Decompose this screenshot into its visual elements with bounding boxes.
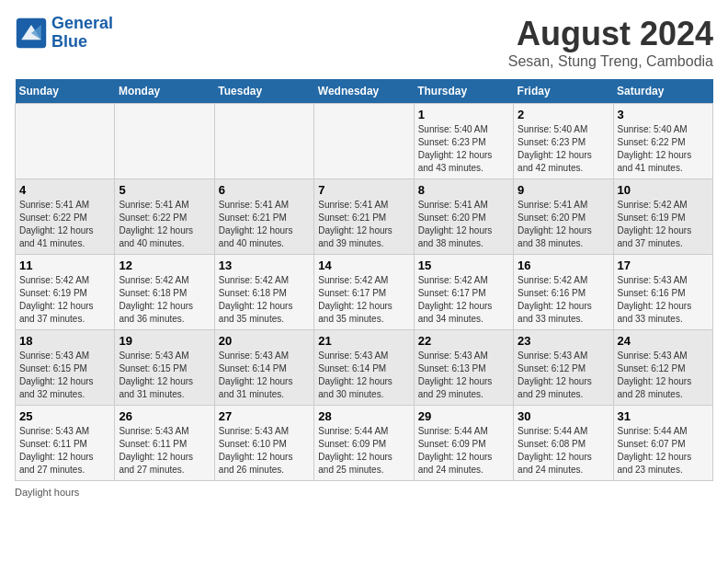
day-number: 3 <box>618 108 709 121</box>
logo-icon <box>15 17 48 50</box>
day-info: Sunrise: 5:44 AMSunset: 6:07 PMDaylight:… <box>618 425 709 477</box>
calendar-cell: 19Sunrise: 5:43 AMSunset: 6:15 PMDayligh… <box>115 330 214 406</box>
day-info: Sunrise: 5:43 AMSunset: 6:11 PMDaylight:… <box>119 425 210 477</box>
calendar-row: 18Sunrise: 5:43 AMSunset: 6:15 PMDayligh… <box>16 330 713 406</box>
calendar-cell: 25Sunrise: 5:43 AMSunset: 6:11 PMDayligh… <box>16 406 115 481</box>
calendar-header: SundayMondayTuesdayWednesdayThursdayFrid… <box>16 79 713 104</box>
header-cell-saturday: Saturday <box>613 79 712 104</box>
calendar-cell <box>314 104 414 179</box>
day-info: Sunrise: 5:43 AMSunset: 6:12 PMDaylight:… <box>618 350 709 401</box>
calendar-cell: 3Sunrise: 5:40 AMSunset: 6:22 PMDaylight… <box>613 104 712 179</box>
day-number: 16 <box>518 259 609 272</box>
calendar-row: 25Sunrise: 5:43 AMSunset: 6:11 PMDayligh… <box>16 406 713 481</box>
calendar-body: 1Sunrise: 5:40 AMSunset: 6:23 PMDaylight… <box>16 104 713 481</box>
day-info: Sunrise: 5:43 AMSunset: 6:14 PMDaylight:… <box>219 350 310 401</box>
day-info: Sunrise: 5:42 AMSunset: 6:18 PMDaylight:… <box>219 274 310 326</box>
day-info: Sunrise: 5:43 AMSunset: 6:15 PMDaylight:… <box>19 350 110 401</box>
calendar-cell: 5Sunrise: 5:41 AMSunset: 6:22 PMDaylight… <box>115 179 214 255</box>
day-info: Sunrise: 5:42 AMSunset: 6:16 PMDaylight:… <box>518 274 609 326</box>
calendar-cell <box>115 104 214 179</box>
calendar-cell: 10Sunrise: 5:42 AMSunset: 6:19 PMDayligh… <box>613 179 712 255</box>
day-info: Sunrise: 5:40 AMSunset: 6:23 PMDaylight:… <box>518 123 609 175</box>
logo-line2: Blue <box>51 33 113 52</box>
logo-text: General Blue <box>51 15 113 52</box>
calendar-cell: 18Sunrise: 5:43 AMSunset: 6:15 PMDayligh… <box>16 330 115 406</box>
day-number: 21 <box>318 334 409 348</box>
main-title: August 2024 <box>508 15 713 53</box>
calendar-table: SundayMondayTuesdayWednesdayThursdayFrid… <box>15 79 713 481</box>
calendar-cell: 24Sunrise: 5:43 AMSunset: 6:12 PMDayligh… <box>613 330 712 406</box>
day-number: 26 <box>119 409 210 423</box>
day-info: Sunrise: 5:43 AMSunset: 6:16 PMDaylight:… <box>618 274 709 326</box>
day-number: 10 <box>618 183 709 197</box>
day-number: 24 <box>618 334 709 348</box>
calendar-row: 11Sunrise: 5:42 AMSunset: 6:19 PMDayligh… <box>16 255 713 330</box>
day-number: 13 <box>219 259 310 272</box>
calendar-cell: 21Sunrise: 5:43 AMSunset: 6:14 PMDayligh… <box>314 330 414 406</box>
calendar-cell: 22Sunrise: 5:43 AMSunset: 6:13 PMDayligh… <box>414 330 513 406</box>
day-info: Sunrise: 5:40 AMSunset: 6:23 PMDaylight:… <box>418 123 509 175</box>
header-cell-wednesday: Wednesday <box>314 79 414 104</box>
calendar-cell: 27Sunrise: 5:43 AMSunset: 6:10 PMDayligh… <box>214 406 313 481</box>
day-number: 15 <box>418 259 509 272</box>
day-number: 2 <box>518 108 609 121</box>
day-info: Sunrise: 5:41 AMSunset: 6:20 PMDaylight:… <box>518 199 609 250</box>
day-number: 27 <box>219 409 310 423</box>
day-info: Sunrise: 5:41 AMSunset: 6:22 PMDaylight:… <box>19 199 110 250</box>
calendar-cell: 20Sunrise: 5:43 AMSunset: 6:14 PMDayligh… <box>214 330 313 406</box>
day-info: Sunrise: 5:44 AMSunset: 6:09 PMDaylight:… <box>318 425 409 477</box>
day-info: Sunrise: 5:43 AMSunset: 6:10 PMDaylight:… <box>219 425 310 477</box>
day-number: 1 <box>418 108 509 121</box>
day-number: 23 <box>518 334 609 348</box>
day-info: Sunrise: 5:43 AMSunset: 6:15 PMDaylight:… <box>119 350 210 401</box>
calendar-row: 1Sunrise: 5:40 AMSunset: 6:23 PMDaylight… <box>16 104 713 179</box>
day-info: Sunrise: 5:43 AMSunset: 6:13 PMDaylight:… <box>418 350 509 401</box>
calendar-cell <box>214 104 313 179</box>
header-row: SundayMondayTuesdayWednesdayThursdayFrid… <box>16 79 713 104</box>
day-info: Sunrise: 5:42 AMSunset: 6:19 PMDaylight:… <box>19 274 110 326</box>
day-number: 18 <box>19 334 110 348</box>
day-info: Sunrise: 5:41 AMSunset: 6:20 PMDaylight:… <box>418 199 509 250</box>
calendar-cell: 14Sunrise: 5:42 AMSunset: 6:17 PMDayligh… <box>314 255 414 330</box>
day-info: Sunrise: 5:42 AMSunset: 6:17 PMDaylight:… <box>418 274 509 326</box>
page-header: General Blue August 2024 Sesan, Stung Tr… <box>15 15 713 70</box>
day-info: Sunrise: 5:43 AMSunset: 6:14 PMDaylight:… <box>318 350 409 401</box>
header-cell-monday: Monday <box>115 79 214 104</box>
header-cell-tuesday: Tuesday <box>214 79 313 104</box>
calendar-cell <box>16 104 115 179</box>
calendar-row: 4Sunrise: 5:41 AMSunset: 6:22 PMDaylight… <box>16 179 713 255</box>
day-number: 31 <box>618 409 709 423</box>
day-info: Sunrise: 5:44 AMSunset: 6:08 PMDaylight:… <box>518 425 609 477</box>
day-number: 9 <box>518 183 609 197</box>
footer-note: Daylight hours <box>15 487 713 498</box>
calendar-cell: 6Sunrise: 5:41 AMSunset: 6:21 PMDaylight… <box>214 179 313 255</box>
day-number: 25 <box>19 409 110 423</box>
day-info: Sunrise: 5:40 AMSunset: 6:22 PMDaylight:… <box>618 123 709 175</box>
day-info: Sunrise: 5:44 AMSunset: 6:09 PMDaylight:… <box>418 425 509 477</box>
header-cell-thursday: Thursday <box>414 79 513 104</box>
subtitle: Sesan, Stung Treng, Cambodia <box>508 53 713 70</box>
day-number: 5 <box>119 183 210 197</box>
calendar-cell: 4Sunrise: 5:41 AMSunset: 6:22 PMDaylight… <box>16 179 115 255</box>
calendar-cell: 17Sunrise: 5:43 AMSunset: 6:16 PMDayligh… <box>613 255 712 330</box>
calendar-cell: 15Sunrise: 5:42 AMSunset: 6:17 PMDayligh… <box>414 255 513 330</box>
day-info: Sunrise: 5:42 AMSunset: 6:19 PMDaylight:… <box>618 199 709 250</box>
calendar-cell: 23Sunrise: 5:43 AMSunset: 6:12 PMDayligh… <box>514 330 613 406</box>
calendar-cell: 11Sunrise: 5:42 AMSunset: 6:19 PMDayligh… <box>16 255 115 330</box>
day-info: Sunrise: 5:41 AMSunset: 6:21 PMDaylight:… <box>219 199 310 250</box>
calendar-cell: 30Sunrise: 5:44 AMSunset: 6:08 PMDayligh… <box>514 406 613 481</box>
day-number: 29 <box>418 409 509 423</box>
day-number: 8 <box>418 183 509 197</box>
calendar-cell: 1Sunrise: 5:40 AMSunset: 6:23 PMDaylight… <box>414 104 513 179</box>
logo-line1: General <box>51 15 113 33</box>
day-number: 14 <box>318 259 409 272</box>
day-number: 12 <box>119 259 210 272</box>
calendar-cell: 16Sunrise: 5:42 AMSunset: 6:16 PMDayligh… <box>514 255 613 330</box>
day-info: Sunrise: 5:41 AMSunset: 6:22 PMDaylight:… <box>119 199 210 250</box>
calendar-cell: 26Sunrise: 5:43 AMSunset: 6:11 PMDayligh… <box>115 406 214 481</box>
day-number: 22 <box>418 334 509 348</box>
day-number: 11 <box>19 259 110 272</box>
day-info: Sunrise: 5:43 AMSunset: 6:11 PMDaylight:… <box>19 425 110 477</box>
day-number: 30 <box>518 409 609 423</box>
calendar-cell: 2Sunrise: 5:40 AMSunset: 6:23 PMDaylight… <box>514 104 613 179</box>
